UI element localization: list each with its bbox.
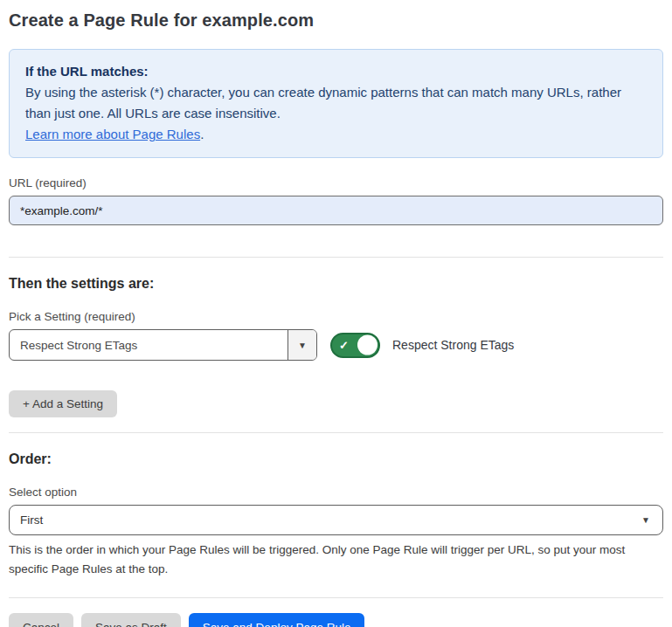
info-box-heading: If the URL matches:	[25, 61, 647, 82]
create-page-rule-panel: Create a Page Rule for example.com If th…	[0, 0, 672, 627]
toggle-knob	[357, 335, 378, 355]
divider	[9, 257, 663, 258]
order-select-label: Select option	[9, 486, 663, 499]
cancel-button[interactable]: Cancel	[9, 613, 73, 627]
divider	[9, 432, 663, 433]
setting-dropdown-arrow-button[interactable]: ▼	[288, 330, 316, 360]
url-field-label: URL (required)	[9, 176, 663, 189]
save-deploy-button[interactable]: Save and Deploy Page Rule	[189, 613, 365, 627]
url-input-value: *example.com/*	[20, 204, 103, 217]
chevron-down-icon: ▼	[641, 515, 650, 525]
learn-more-link[interactable]: Learn more about Page Rules	[25, 127, 200, 141]
order-help-text: This is the order in which your Page Rul…	[9, 541, 663, 579]
check-icon: ✓	[339, 340, 349, 351]
chevron-down-icon: ▼	[298, 341, 307, 350]
save-draft-button[interactable]: Save as Draft	[81, 613, 181, 627]
footer-button-row: Cancel Save as Draft Save and Deploy Pag…	[9, 613, 663, 627]
add-setting-button[interactable]: + Add a Setting	[9, 390, 117, 417]
order-select-value: First	[20, 513, 43, 527]
page-title: Create a Page Rule for example.com	[9, 10, 663, 31]
url-match-info-box: If the URL matches: By using the asteris…	[9, 49, 663, 158]
pick-setting-label: Pick a Setting (required)	[9, 310, 663, 323]
setting-dropdown[interactable]: Respect Strong ETags ▼	[9, 329, 317, 361]
settings-section-heading: Then the settings are:	[9, 276, 663, 292]
url-input[interactable]: *example.com/*	[9, 196, 663, 225]
setting-row: Respect Strong ETags ▼ ✓ Respect Strong …	[9, 329, 663, 361]
setting-toggle[interactable]: ✓	[330, 333, 380, 358]
info-box-link-line: Learn more about Page Rules.	[25, 124, 647, 145]
toggle-label: Respect Strong ETags	[392, 338, 514, 352]
divider	[9, 597, 663, 598]
info-box-body: By using the asterisk (*) character, you…	[25, 82, 647, 124]
order-section-heading: Order:	[9, 451, 663, 467]
link-suffix: .	[200, 127, 204, 141]
setting-dropdown-value: Respect Strong ETags	[10, 330, 288, 360]
order-select[interactable]: First ▼	[9, 505, 663, 535]
